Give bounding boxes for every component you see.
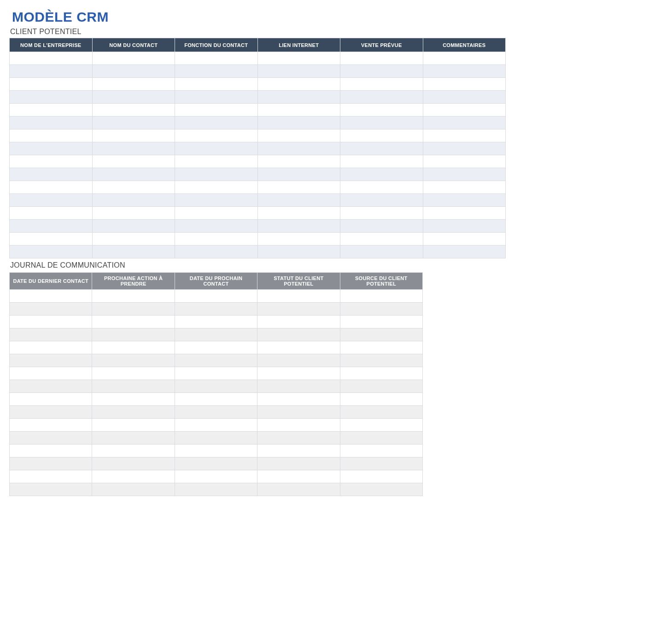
- journal-row-cell[interactable]: [257, 406, 340, 419]
- journal-row-cell[interactable]: [340, 457, 422, 470]
- client-row-cell[interactable]: [423, 233, 506, 246]
- journal-row-cell[interactable]: [257, 445, 340, 457]
- journal-row-cell[interactable]: [175, 380, 257, 393]
- client-row-cell[interactable]: [10, 207, 93, 220]
- journal-row-cell[interactable]: [257, 367, 340, 380]
- client-row-cell[interactable]: [340, 220, 423, 233]
- client-row-cell[interactable]: [340, 104, 423, 117]
- client-row-cell[interactable]: [92, 104, 175, 117]
- client-row-cell[interactable]: [175, 65, 258, 78]
- client-row-cell[interactable]: [257, 142, 340, 155]
- journal-row-cell[interactable]: [257, 470, 340, 483]
- journal-row-cell[interactable]: [10, 419, 92, 432]
- journal-row-cell[interactable]: [340, 445, 422, 457]
- journal-row-cell[interactable]: [340, 354, 422, 367]
- journal-row-cell[interactable]: [340, 393, 422, 406]
- journal-row-cell[interactable]: [175, 457, 257, 470]
- journal-row-cell[interactable]: [257, 483, 340, 496]
- client-row-cell[interactable]: [10, 78, 93, 91]
- client-row-cell[interactable]: [257, 78, 340, 91]
- journal-row-cell[interactable]: [257, 354, 340, 367]
- journal-row-cell[interactable]: [175, 303, 257, 316]
- client-row-cell[interactable]: [10, 246, 93, 258]
- client-row-cell[interactable]: [257, 65, 340, 78]
- journal-row-cell[interactable]: [175, 393, 257, 406]
- journal-row-cell[interactable]: [92, 367, 175, 380]
- journal-row-cell[interactable]: [10, 367, 92, 380]
- client-row-cell[interactable]: [92, 233, 175, 246]
- journal-row-cell[interactable]: [175, 432, 257, 445]
- journal-row-cell[interactable]: [92, 470, 175, 483]
- journal-row-cell[interactable]: [92, 483, 175, 496]
- client-row-cell[interactable]: [92, 142, 175, 155]
- client-row-cell[interactable]: [10, 117, 93, 129]
- client-row-cell[interactable]: [257, 104, 340, 117]
- journal-row-cell[interactable]: [340, 406, 422, 419]
- journal-row-cell[interactable]: [175, 328, 257, 341]
- journal-row-cell[interactable]: [92, 432, 175, 445]
- client-row-cell[interactable]: [257, 129, 340, 142]
- journal-row-cell[interactable]: [175, 367, 257, 380]
- client-row-cell[interactable]: [10, 233, 93, 246]
- client-row-cell[interactable]: [340, 117, 423, 129]
- client-row-cell[interactable]: [423, 181, 506, 194]
- client-row-cell[interactable]: [10, 194, 93, 207]
- client-row-cell[interactable]: [423, 194, 506, 207]
- client-row-cell[interactable]: [257, 117, 340, 129]
- journal-row-cell[interactable]: [175, 470, 257, 483]
- journal-row-cell[interactable]: [10, 328, 92, 341]
- client-row-cell[interactable]: [92, 117, 175, 129]
- client-row-cell[interactable]: [10, 155, 93, 168]
- journal-row-cell[interactable]: [92, 406, 175, 419]
- client-row-cell[interactable]: [10, 52, 93, 65]
- journal-row-cell[interactable]: [257, 328, 340, 341]
- journal-row-cell[interactable]: [175, 290, 257, 303]
- client-row-cell[interactable]: [92, 52, 175, 65]
- client-row-cell[interactable]: [92, 168, 175, 181]
- client-row-cell[interactable]: [92, 129, 175, 142]
- client-row-cell[interactable]: [423, 155, 506, 168]
- client-row-cell[interactable]: [340, 155, 423, 168]
- journal-row-cell[interactable]: [175, 419, 257, 432]
- client-row-cell[interactable]: [423, 65, 506, 78]
- client-row-cell[interactable]: [423, 129, 506, 142]
- journal-row-cell[interactable]: [10, 303, 92, 316]
- client-row-cell[interactable]: [175, 181, 258, 194]
- client-row-cell[interactable]: [92, 220, 175, 233]
- client-row-cell[interactable]: [340, 91, 423, 104]
- client-row-cell[interactable]: [10, 65, 93, 78]
- client-row-cell[interactable]: [10, 181, 93, 194]
- journal-row-cell[interactable]: [10, 445, 92, 457]
- client-row-cell[interactable]: [340, 181, 423, 194]
- client-row-cell[interactable]: [257, 181, 340, 194]
- client-row-cell[interactable]: [175, 155, 258, 168]
- client-row-cell[interactable]: [10, 168, 93, 181]
- client-row-cell[interactable]: [92, 65, 175, 78]
- client-row-cell[interactable]: [340, 194, 423, 207]
- journal-row-cell[interactable]: [257, 303, 340, 316]
- journal-row-cell[interactable]: [257, 432, 340, 445]
- journal-row-cell[interactable]: [340, 367, 422, 380]
- client-row-cell[interactable]: [423, 52, 506, 65]
- client-row-cell[interactable]: [423, 142, 506, 155]
- journal-row-cell[interactable]: [92, 393, 175, 406]
- client-row-cell[interactable]: [175, 91, 258, 104]
- client-row-cell[interactable]: [175, 246, 258, 258]
- client-row-cell[interactable]: [175, 52, 258, 65]
- journal-row-cell[interactable]: [340, 419, 422, 432]
- client-row-cell[interactable]: [92, 155, 175, 168]
- journal-row-cell[interactable]: [257, 393, 340, 406]
- client-row-cell[interactable]: [423, 220, 506, 233]
- client-row-cell[interactable]: [423, 117, 506, 129]
- client-row-cell[interactable]: [257, 220, 340, 233]
- journal-row-cell[interactable]: [257, 457, 340, 470]
- journal-row-cell[interactable]: [175, 483, 257, 496]
- journal-row-cell[interactable]: [340, 380, 422, 393]
- client-row-cell[interactable]: [257, 155, 340, 168]
- journal-row-cell[interactable]: [257, 419, 340, 432]
- client-row-cell[interactable]: [92, 194, 175, 207]
- journal-row-cell[interactable]: [92, 445, 175, 457]
- journal-row-cell[interactable]: [92, 419, 175, 432]
- client-row-cell[interactable]: [10, 142, 93, 155]
- client-row-cell[interactable]: [423, 207, 506, 220]
